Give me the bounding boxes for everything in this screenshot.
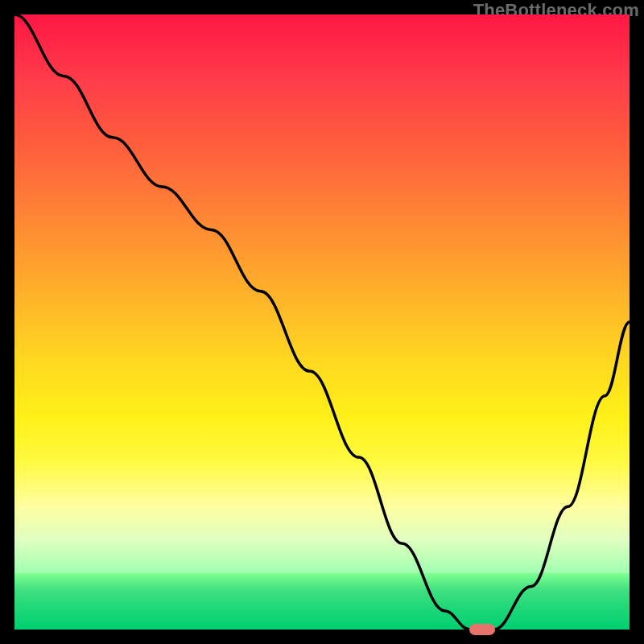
- chart-area: [14, 14, 630, 630]
- bottleneck-curve: [14, 14, 630, 630]
- target-marker: [469, 624, 495, 635]
